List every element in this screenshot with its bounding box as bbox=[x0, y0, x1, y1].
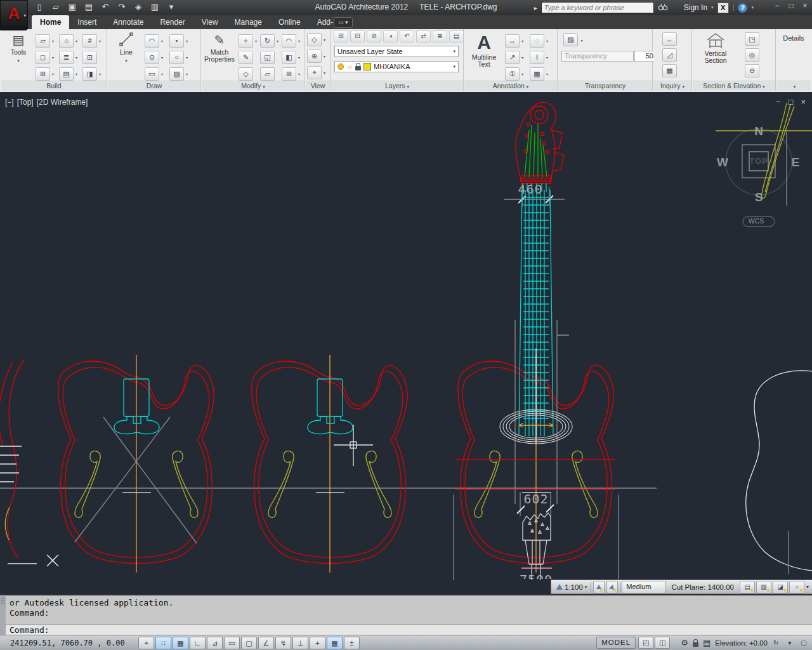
layout-button[interactable]: ◫ bbox=[655, 637, 670, 649]
viewport-view-control[interactable]: [Top] bbox=[17, 98, 34, 107]
status-toggle-button[interactable]: ↯ bbox=[275, 637, 291, 649]
transparency-value[interactable]: 50 bbox=[634, 51, 656, 62]
panel-label-draw[interactable]: Draw bbox=[108, 81, 200, 91]
dropdown-arrow-icon[interactable]: ▾ bbox=[580, 39, 582, 43]
strings-headstock[interactable] bbox=[525, 124, 547, 177]
ribbon-tab[interactable]: Insert bbox=[69, 15, 105, 29]
modify-tool-button[interactable]: ◧ bbox=[282, 51, 296, 64]
draw-tool-button[interactable]: • bbox=[169, 34, 184, 48]
modify-tool-button[interactable]: ◇ bbox=[239, 67, 253, 81]
transparency-field[interactable]: Transparency bbox=[561, 51, 634, 62]
viewcube[interactable]: N W E S TOP WCS bbox=[717, 124, 799, 227]
close-button[interactable]: × bbox=[801, 1, 809, 10]
dropdown-arrow-icon[interactable]: ▾ bbox=[296, 55, 302, 60]
draw-tool-button[interactable]: ▨ bbox=[169, 67, 184, 81]
dropdown-arrow-icon[interactable]: ▾ bbox=[544, 55, 550, 60]
panel-label-inquiry[interactable]: Inquiry▾ bbox=[653, 81, 691, 91]
exchange-apps-icon[interactable]: X bbox=[717, 3, 729, 13]
dimension-nut[interactable]: 460 bbox=[504, 182, 565, 206]
ribbon-tab[interactable]: Online bbox=[270, 15, 309, 29]
annotation-visibility-button[interactable] bbox=[593, 581, 605, 594]
annotation-tool-button[interactable]: ↔ bbox=[505, 34, 520, 48]
drawing-toolbar-icon-button[interactable]: ◪ bbox=[773, 581, 788, 594]
infocenter-collapse-icon[interactable]: ▸ bbox=[534, 4, 537, 11]
ribbon-tab[interactable]: Manage bbox=[226, 15, 270, 29]
status-toggle-button[interactable]: ∟ bbox=[190, 637, 206, 649]
build-tool-button[interactable]: ⊡ bbox=[82, 51, 97, 64]
vertical-section-button[interactable]: Vertical Section bbox=[698, 32, 733, 64]
dropdown-arrow-icon[interactable]: ▾ bbox=[184, 55, 190, 60]
annotation-tool-button[interactable]: ↗ bbox=[505, 51, 520, 64]
dropdown-arrow-icon[interactable]: ▾ bbox=[322, 37, 327, 42]
elevation-readout[interactable]: Elevation: +0.00 bbox=[715, 639, 768, 647]
modify-tool-button[interactable]: + bbox=[239, 34, 253, 48]
panel-label-section[interactable]: Section & Elevation▾ bbox=[693, 81, 775, 91]
build-tool-button[interactable]: ◨ bbox=[82, 67, 97, 81]
status-toggle-button[interactable]: + bbox=[310, 637, 325, 649]
annotation-tool-button[interactable]: ◌ bbox=[530, 34, 544, 48]
dropdown-arrow-icon[interactable]: ▾ bbox=[97, 39, 103, 43]
viewport-minimize-button[interactable]: − bbox=[776, 97, 781, 107]
layer-tool-button[interactable]: ◑ bbox=[383, 30, 398, 43]
dropdown-arrow-icon[interactable]: ▾ bbox=[296, 39, 302, 43]
annotation-autoscale-button[interactable] bbox=[606, 581, 618, 594]
transparency-icon-button[interactable]: ▨ ▾ bbox=[563, 33, 582, 46]
build-tool-button[interactable]: ⌂ bbox=[59, 34, 74, 48]
dropdown-arrow-icon[interactable]: ▾ bbox=[544, 72, 550, 76]
draw-tool-button[interactable]: ▭ bbox=[145, 67, 159, 81]
panel-label-annotation[interactable]: Annotation▾ bbox=[464, 81, 557, 91]
dropdown-arrow-icon[interactable]: ▾ bbox=[50, 72, 56, 76]
panel-label-view[interactable]: View bbox=[306, 81, 330, 91]
viewport-close-button[interactable]: × bbox=[801, 97, 806, 107]
dimension-overall[interactable]: 7500 bbox=[520, 572, 553, 587]
layer-tool-button[interactable]: ⊟ bbox=[350, 30, 365, 43]
dropdown-arrow-icon[interactable]: ▾ bbox=[322, 70, 327, 75]
annotation-tool-button[interactable]: ① bbox=[505, 67, 520, 81]
lock-icon[interactable] bbox=[693, 642, 698, 647]
panel-label-transparency[interactable]: Transparency bbox=[558, 81, 652, 91]
dropdown-arrow-icon[interactable]: ▾ bbox=[520, 39, 525, 43]
dropdown-arrow-icon[interactable]: ▾ bbox=[520, 72, 525, 76]
layer-tool-button[interactable]: ⊘ bbox=[367, 30, 381, 43]
workspace-switch-button[interactable]: ▭ ▾ bbox=[334, 17, 353, 28]
multiline-text-button[interactable]: A Multiline Text bbox=[466, 32, 502, 68]
dropdown-arrow-icon[interactable]: ▾ bbox=[74, 39, 79, 43]
inquiry-tool-button[interactable]: ↔ bbox=[662, 32, 677, 46]
status-toggle-button[interactable]: ± bbox=[344, 637, 360, 649]
status-tail-icon[interactable]: ▢ bbox=[798, 639, 809, 646]
status-toggle-button[interactable]: ▦ bbox=[173, 637, 188, 649]
build-tool-button[interactable]: # bbox=[82, 34, 97, 48]
annotation-tool-button[interactable]: ▦ bbox=[530, 67, 544, 81]
ribbon-tab[interactable]: Annotate bbox=[105, 15, 152, 29]
inquiry-tool-button[interactable]: ▦ bbox=[662, 64, 677, 77]
annotation-scale-button[interactable]: 1:100 ▾ bbox=[554, 583, 589, 591]
drawing-toolbar-icon-button[interactable]: ▨ bbox=[756, 581, 771, 594]
annotation-tool-button[interactable]: I bbox=[530, 51, 544, 64]
neck[interactable] bbox=[515, 190, 569, 504]
dropdown-arrow-icon[interactable]: ▾ bbox=[159, 72, 165, 76]
ribbon-tab[interactable]: Home bbox=[32, 15, 69, 29]
modify-tool-button[interactable]: ⊞ bbox=[282, 67, 296, 81]
layer-tool-button[interactable]: ⊞ bbox=[334, 30, 348, 43]
help-icon[interactable]: ? bbox=[738, 3, 747, 13]
draw-tool-button[interactable]: ○ bbox=[169, 51, 184, 64]
inquiry-tool-button[interactable]: ◿ bbox=[662, 48, 677, 62]
application-menu-button[interactable]: A ▾ bbox=[0, 0, 28, 30]
viewport-controls-toggle[interactable]: [−] bbox=[5, 98, 14, 107]
view-tool-button[interactable]: ⊕ bbox=[307, 50, 322, 63]
tools-button[interactable]: ▤ Tools ▾ bbox=[3, 32, 34, 64]
build-tool-button[interactable]: ▤ bbox=[59, 67, 74, 81]
command-window-grip[interactable] bbox=[0, 596, 6, 636]
status-toggle-button[interactable]: ▢ bbox=[241, 637, 257, 649]
modify-tool-button[interactable]: ↻ bbox=[260, 34, 275, 48]
command-history[interactable]: or Autodesk licensed application.Command… bbox=[6, 596, 812, 621]
build-tool-button[interactable]: ◻ bbox=[36, 51, 50, 64]
dropdown-arrow-icon[interactable]: ▾ bbox=[520, 55, 525, 60]
dropdown-arrow-icon[interactable]: ▾ bbox=[74, 55, 79, 60]
drawing-canvas[interactable]: 460 bbox=[0, 92, 812, 595]
dimension-bridge[interactable]: 602 bbox=[517, 491, 554, 516]
layer-dropdown[interactable]: ☼ MHXANIKA ▾ bbox=[334, 61, 459, 72]
section-tool-button[interactable]: ◳ bbox=[745, 32, 759, 46]
panel-label-layers[interactable]: Layers▾ bbox=[331, 81, 463, 91]
sign-in-arrow-icon[interactable]: ▾ bbox=[711, 5, 714, 10]
